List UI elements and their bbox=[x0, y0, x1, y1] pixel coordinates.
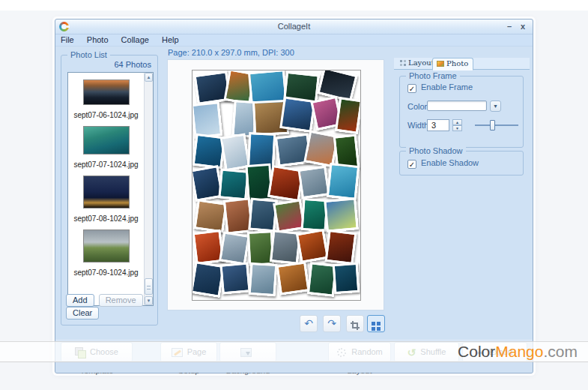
minimize-button[interactable]: – bbox=[504, 21, 515, 32]
watermark-band: ColorMango.com bbox=[0, 341, 588, 362]
collage-photo-tile[interactable] bbox=[298, 165, 330, 199]
photo-list-item[interactable]: sept07-07-1024.jpg bbox=[68, 119, 144, 169]
enable-shadow-label: Enable Shadow bbox=[421, 158, 479, 167]
width-label: Width bbox=[407, 121, 428, 130]
photo-list-item[interactable]: sept07-06-1024.jpg bbox=[68, 73, 144, 119]
collage-photo-tile[interactable] bbox=[219, 232, 250, 266]
photo-list-item[interactable]: sept07-09-1024.jpg bbox=[68, 223, 144, 277]
page-background-top bbox=[0, 0, 588, 10]
enable-frame-checkbox[interactable]: ✓ bbox=[407, 84, 416, 93]
color-label: Color bbox=[407, 102, 427, 111]
photo-shadow-group: Photo Shadow ✓Enable Shadow bbox=[399, 151, 524, 176]
watermark-com: .com bbox=[543, 343, 578, 360]
window-content: Photo List 64 Photos sept07-06-1024.jpgs… bbox=[55, 46, 533, 373]
menu-help[interactable]: Help bbox=[157, 34, 184, 44]
collage-photo-tile[interactable] bbox=[325, 230, 357, 265]
photo-list-group: Photo List 64 Photos sept07-06-1024.jpgs… bbox=[61, 55, 158, 326]
slider-handle[interactable] bbox=[490, 120, 495, 130]
layout-grid-icon bbox=[400, 60, 406, 66]
grid-icon bbox=[372, 322, 381, 331]
collage-photo-tile[interactable] bbox=[276, 261, 310, 295]
photo-thumbnail[interactable] bbox=[83, 80, 130, 105]
watermark-text: ColorMango.com bbox=[458, 343, 578, 361]
collage-photo-tile[interactable] bbox=[324, 198, 358, 232]
menu-file[interactable]: File bbox=[55, 34, 79, 44]
color-dropdown-button[interactable]: ▼ bbox=[490, 100, 501, 112]
photo-frame-group: Photo Frame ✓Enable Frame Color ▼ Width … bbox=[399, 76, 524, 148]
undo-button[interactable]: ↶ bbox=[300, 315, 318, 332]
add-button[interactable]: Add bbox=[66, 294, 94, 307]
menubar: File Photo Collage Help bbox=[55, 34, 533, 46]
undo-icon: ↶ bbox=[304, 317, 313, 329]
collage-photo-tile[interactable] bbox=[317, 70, 358, 102]
collage-photo-tile[interactable] bbox=[219, 262, 250, 294]
spin-up-icon[interactable]: ▲ bbox=[452, 119, 462, 125]
photo-thumbnail[interactable] bbox=[83, 230, 130, 262]
frame-width-slider[interactable] bbox=[475, 124, 518, 126]
collage-page[interactable] bbox=[192, 70, 361, 301]
scroll-up-icon[interactable]: ▲ bbox=[145, 73, 153, 82]
photo-list-buttons: Add Remove Clear bbox=[66, 294, 154, 320]
right-panel-tabstrip: Layout Photo bbox=[394, 58, 530, 70]
titlebar: CollageIt – x bbox=[55, 20, 533, 34]
remove-button[interactable]: Remove bbox=[99, 294, 143, 307]
photo-shadow-group-label: Photo Shadow bbox=[406, 146, 466, 155]
clear-button[interactable]: Clear bbox=[66, 307, 99, 320]
menu-photo[interactable]: Photo bbox=[82, 34, 114, 44]
photo-filename: sept07-06-1024.jpg bbox=[68, 111, 144, 119]
page-info-label: Page: 210.0 x 297.0 mm, DPI: 300 bbox=[168, 48, 294, 57]
photo-list-group-label: Photo List bbox=[67, 50, 110, 59]
width-spinner: ▲ ▼ bbox=[452, 119, 462, 131]
scrollbar-thumb[interactable] bbox=[145, 278, 153, 295]
photo-list-items: sept07-06-1024.jpgsept07-07-1024.jpgsept… bbox=[68, 73, 144, 305]
frame-width-input[interactable]: 3 bbox=[427, 119, 449, 131]
redo-button[interactable]: ↷ bbox=[323, 315, 341, 332]
enable-shadow-checkbox[interactable]: ✓ bbox=[407, 160, 416, 169]
collageit-window: CollageIt – x File Photo Collage Help Ph… bbox=[55, 19, 533, 374]
watermark-mango: Mango bbox=[495, 343, 543, 360]
crop-icon bbox=[351, 321, 360, 330]
close-button[interactable]: x bbox=[518, 21, 528, 32]
tab-layout-label: Layout bbox=[408, 58, 434, 67]
fit-layout-button[interactable] bbox=[367, 315, 385, 332]
frame-color-swatch[interactable] bbox=[427, 100, 487, 111]
photo-count-label: 64 Photos bbox=[114, 60, 151, 69]
photo-filename: sept07-08-1024.jpg bbox=[68, 214, 144, 223]
collage-photo-tile[interactable] bbox=[296, 229, 329, 263]
photo-list-scrollbar[interactable]: ▲ ▼ bbox=[144, 73, 153, 305]
spin-down-icon[interactable]: ▼ bbox=[452, 125, 462, 131]
photo-thumbnail[interactable] bbox=[83, 126, 130, 154]
tab-photo-label: Photo bbox=[446, 59, 468, 68]
enable-frame-row: ✓Enable Frame bbox=[407, 82, 473, 93]
photo-list-item[interactable]: sept07-08-1024.jpg bbox=[68, 169, 144, 223]
menu-collage[interactable]: Collage bbox=[116, 34, 154, 44]
enable-shadow-row: ✓Enable Shadow bbox=[407, 158, 479, 169]
dropdown-arrow-icon: ▼ bbox=[493, 104, 498, 109]
photo-frame-group-label: Photo Frame bbox=[406, 71, 460, 80]
photo-filename: sept07-07-1024.jpg bbox=[68, 160, 144, 169]
photo-thumbnail[interactable] bbox=[83, 176, 130, 208]
photo-listbox[interactable]: sept07-06-1024.jpgsept07-07-1024.jpgsept… bbox=[67, 72, 154, 306]
photo-picture-icon bbox=[437, 61, 444, 67]
collage-preview-area bbox=[167, 59, 384, 310]
collage-photo-tile[interactable] bbox=[327, 163, 360, 200]
collage-photo-tile[interactable] bbox=[218, 168, 249, 200]
enable-frame-label: Enable Frame bbox=[421, 82, 473, 92]
photo-filename: sept07-09-1024.jpg bbox=[68, 268, 144, 277]
window-bottom-strip bbox=[55, 361, 533, 373]
watermark-color: Color bbox=[458, 343, 495, 360]
collage-photo-tile[interactable] bbox=[333, 262, 360, 294]
redo-icon: ↷ bbox=[327, 317, 336, 329]
window-title: CollageIt bbox=[55, 22, 533, 31]
tab-photo[interactable]: Photo bbox=[432, 58, 473, 70]
collage-photo-tile[interactable] bbox=[335, 97, 361, 134]
collage-photo-tile[interactable] bbox=[249, 262, 278, 296]
crop-button[interactable] bbox=[346, 315, 364, 332]
